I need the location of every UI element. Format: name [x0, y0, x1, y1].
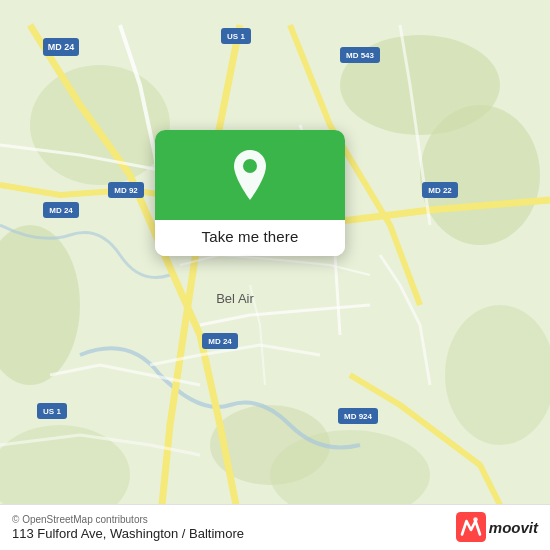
svg-text:MD 24: MD 24: [49, 206, 73, 215]
popup-card: Take me there: [155, 130, 345, 256]
svg-text:MD 543: MD 543: [346, 51, 375, 60]
svg-text:Bel Air: Bel Air: [216, 291, 254, 306]
popup-green-area: [155, 130, 345, 220]
svg-text:MD 24: MD 24: [208, 337, 232, 346]
address-label: 113 Fulford Ave, Washington / Baltimore: [12, 526, 244, 541]
bottom-bar: © OpenStreetMap contributors 113 Fulford…: [0, 504, 550, 550]
moovit-logo: moovit: [456, 512, 538, 542]
svg-text:MD 24: MD 24: [48, 42, 75, 52]
svg-point-32: [473, 517, 478, 522]
take-me-there-button[interactable]: Take me there: [202, 228, 299, 245]
popup-button-area[interactable]: Take me there: [155, 220, 345, 256]
location-pin-icon: [228, 148, 272, 202]
svg-text:US 1: US 1: [227, 32, 245, 41]
svg-point-2: [420, 105, 540, 245]
map-background: MD 24 US 1 MD 543 MD 92 MD 22 D 22 MD 24…: [0, 0, 550, 550]
svg-point-30: [243, 159, 257, 173]
map-attribution: © OpenStreetMap contributors: [12, 514, 244, 525]
svg-text:MD 22: MD 22: [428, 186, 452, 195]
svg-text:MD 92: MD 92: [114, 186, 138, 195]
svg-text:MD 924: MD 924: [344, 412, 373, 421]
svg-rect-31: [456, 512, 486, 542]
map-container: MD 24 US 1 MD 543 MD 92 MD 22 D 22 MD 24…: [0, 0, 550, 550]
svg-point-5: [445, 305, 550, 445]
svg-text:US 1: US 1: [43, 407, 61, 416]
moovit-logo-text: moovit: [489, 519, 538, 536]
moovit-logo-icon: [456, 512, 486, 542]
